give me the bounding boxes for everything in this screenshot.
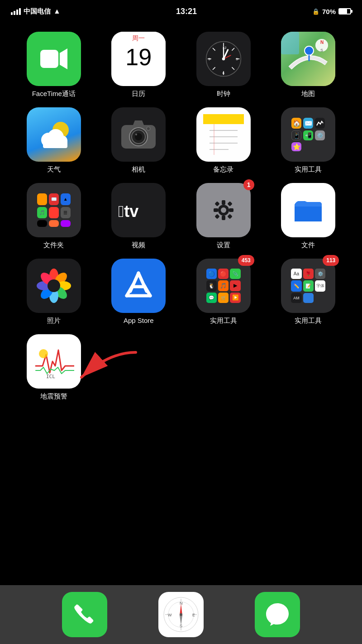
- app-appletv[interactable]: tv 视频: [99, 183, 179, 250]
- notes-label: 备忘录: [213, 165, 233, 174]
- svg-text:tv: tv: [118, 202, 138, 221]
- utility2-icon: 453 🔵 🔴 📎 🐧 🎵 ▶ 💬 🛒 ▶️: [196, 259, 251, 313]
- utility3-badge: 113: [323, 255, 339, 266]
- svg-point-45: [221, 207, 226, 213]
- dock-safari[interactable]: N S W E: [158, 592, 204, 637]
- lock-icon: 🔒: [312, 8, 319, 15]
- app-clock[interactable]: 12 6 9 3 时钟: [183, 32, 264, 98]
- svg-text:ICL: ICL: [46, 374, 55, 380]
- svg-text:W: W: [168, 613, 172, 617]
- clock-icon: 12 6 9 3: [196, 32, 251, 86]
- calendar-day: 19: [125, 45, 152, 69]
- svg-rect-48: [214, 208, 218, 212]
- battery-icon: [338, 8, 351, 14]
- earthquake-icon: ICL: [27, 334, 81, 389]
- svg-text:E: E: [192, 613, 195, 617]
- svg-point-35: [147, 127, 150, 130]
- app-settings[interactable]: 1: [183, 183, 264, 250]
- files-folder-icon: ✉️ ▲ 🎵 ☰: [27, 183, 81, 237]
- svg-rect-51: [227, 201, 232, 206]
- calendar-label: 日历: [132, 90, 145, 98]
- svg-rect-20: [281, 32, 299, 54]
- svg-rect-0: [40, 50, 58, 68]
- battery-percent: 70%: [322, 8, 336, 15]
- svg-rect-47: [222, 216, 225, 220]
- status-left: 中国电信 ▲: [11, 7, 61, 16]
- svg-point-18: [222, 58, 225, 60]
- svg-rect-37: [203, 114, 244, 124]
- app-photos[interactable]: 照片: [14, 259, 94, 325]
- time-label: 13:21: [176, 7, 197, 16]
- svg-point-34: [135, 134, 137, 135]
- app-notes[interactable]: 备忘录: [183, 107, 264, 174]
- camera-icon: [111, 107, 166, 162]
- app-utilities-folder[interactable]: 🏠 ✉️ 📱 📲 ⚙️ ⭐ 实用工具: [268, 107, 349, 174]
- app-weather[interactable]: 天气: [14, 107, 94, 174]
- weather-icon: [27, 107, 81, 162]
- app-calendar[interactable]: 周一 19 日历: [99, 32, 179, 98]
- dock-messages[interactable]: [255, 592, 300, 637]
- svg-rect-50: [214, 201, 219, 206]
- svg-text:9: 9: [208, 57, 210, 61]
- appletv-label: 视频: [132, 241, 145, 250]
- utility3-label: 实用工具: [295, 317, 322, 325]
- clock-label: 时钟: [217, 90, 230, 98]
- status-bar: 中国电信 ▲ 13:21 🔒 70%: [0, 0, 362, 23]
- utility2-label: 实用工具: [210, 317, 237, 325]
- maps-icon: N S: [281, 32, 335, 86]
- photos-label: 照片: [47, 317, 61, 325]
- app-facetime[interactable]: FaceTime通话: [14, 32, 94, 98]
- dock: N S W E: [0, 585, 362, 644]
- carrier-label: 中国电信: [24, 7, 51, 16]
- files-folder-label: 文件夹: [43, 241, 64, 250]
- appletv-icon: tv: [111, 183, 166, 237]
- utility2-badge: 453: [238, 255, 254, 266]
- app-camera[interactable]: 相机: [99, 107, 179, 174]
- files-label: 文件: [301, 241, 315, 250]
- facetime-label: FaceTime通话: [32, 90, 76, 98]
- appstore-icon: [111, 259, 166, 313]
- dock-phone[interactable]: [62, 592, 107, 637]
- utilities-folder-icon: 🏠 ✉️ 📱 📲 ⚙️ ⭐: [281, 107, 335, 162]
- svg-point-21: [305, 46, 314, 55]
- svg-rect-29: [43, 140, 67, 148]
- svg-rect-53: [227, 214, 232, 219]
- weather-label: 天气: [47, 165, 61, 174]
- utilities-folder-label: 实用工具: [295, 165, 322, 174]
- files-icon: [281, 183, 335, 237]
- settings-icon: 1: [196, 183, 251, 237]
- svg-point-66: [39, 349, 48, 358]
- app-files[interactable]: 文件: [268, 183, 349, 250]
- svg-point-80: [180, 613, 182, 616]
- settings-label: 设置: [217, 241, 230, 250]
- facetime-icon: [27, 32, 81, 86]
- app-maps[interactable]: N S 地图: [268, 32, 349, 98]
- svg-rect-52: [214, 214, 219, 219]
- svg-point-63: [48, 279, 60, 292]
- app-utility2[interactable]: 453 🔵 🔴 📎 🐧 🎵 ▶ 💬 🛒 ▶️ 实用工具: [183, 259, 264, 325]
- app-grid: FaceTime通话 周一 19 日历: [0, 27, 362, 405]
- calendar-icon: 周一 19: [111, 32, 166, 86]
- maps-label: 地图: [301, 90, 315, 98]
- app-earthquake[interactable]: ICL 地震预警: [14, 334, 94, 401]
- app-files-folder[interactable]: ✉️ ▲ 🎵 ☰ 文件夹: [14, 183, 94, 250]
- notes-icon: [196, 107, 251, 162]
- signal-icon: [11, 8, 21, 15]
- svg-text:S: S: [320, 48, 323, 53]
- camera-label: 相机: [132, 165, 145, 174]
- status-right: 🔒 70%: [312, 8, 351, 15]
- settings-badge: 1: [243, 179, 254, 190]
- svg-text:6: 6: [222, 71, 224, 75]
- app-utility3[interactable]: 113 Aa 🌹 ⚙️ ✏️ 📝 字体 AM 实用工具: [268, 259, 349, 325]
- app-appstore[interactable]: App Store: [99, 259, 179, 325]
- wifi-icon: ▲: [53, 7, 61, 15]
- svg-rect-46: [222, 200, 225, 205]
- appstore-label: App Store: [124, 317, 154, 324]
- photos-icon: [27, 259, 81, 313]
- svg-text:3: 3: [236, 57, 238, 61]
- svg-text:N: N: [320, 40, 324, 45]
- earthquake-label: 地震预警: [40, 392, 67, 401]
- utility3-icon: 113 Aa 🌹 ⚙️ ✏️ 📝 字体 AM: [281, 259, 335, 313]
- svg-marker-1: [60, 48, 67, 69]
- calendar-weekday: 周一: [111, 32, 166, 43]
